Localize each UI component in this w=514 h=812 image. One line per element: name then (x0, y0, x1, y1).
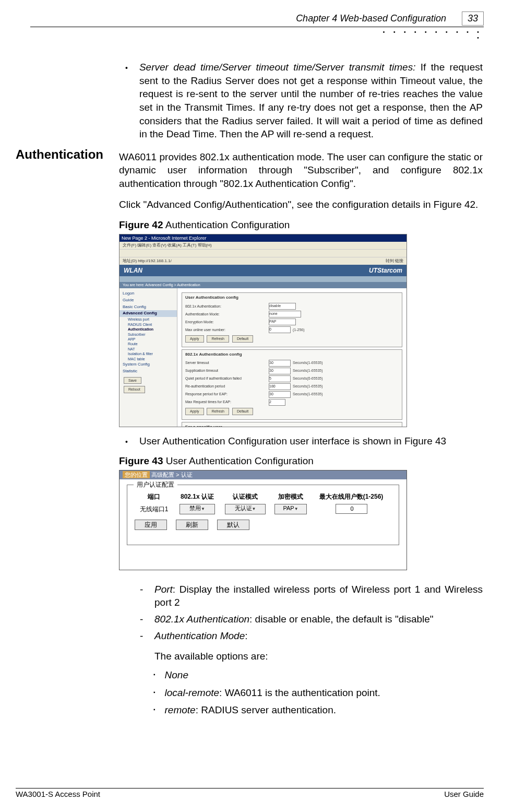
input-max-users[interactable]: 0 (269, 326, 291, 333)
page-footer: WA3001-S Access Point User Guide (16, 788, 484, 798)
group-user-auth: User Authentication config 802.1x Authen… (182, 292, 402, 347)
sidebar-sub-authentication[interactable]: Authentication (119, 327, 177, 332)
page-navbar (119, 276, 407, 282)
figure-42-caption: Figure 42 Authentication Configuration (119, 218, 483, 232)
lbl-reauth: Re-authentication period (185, 384, 269, 389)
window-titlebar: New Page 2 - Microsoft Internet Explorer (119, 234, 407, 242)
bullet-server-dead-time: • Server dead time/Server timeout time/S… (119, 61, 483, 141)
lbl-quiet: Quiet period if authentication failed (185, 376, 269, 381)
group-title-2: 802.1x Authentication config (185, 352, 399, 358)
input-resp-eap[interactable]: 30 (269, 391, 291, 398)
select-enc-mode[interactable]: PAP (269, 319, 296, 325)
sidebar-sub-route[interactable]: Route (119, 342, 177, 346)
select-8021x[interactable]: 禁用▼ (180, 504, 215, 514)
lbl-8021x-auth: 802.1x Authentication: (185, 304, 269, 309)
suffix: Seconds(0-65535) (293, 376, 323, 381)
breadcrumb-cn: 您的位置 高级配置 > 认证 (119, 470, 407, 479)
lbl-auth-mode: Authentication Mode: (185, 312, 269, 316)
reboot-button[interactable]: Reboot (124, 386, 145, 393)
list-item-none: ▪ None (153, 668, 483, 682)
lbl-supp-timeout: Supplication timeout (185, 368, 269, 373)
lbl-resp-eap: Response period for EAP: (185, 392, 269, 396)
save-button[interactable]: Save (124, 377, 141, 384)
sidebar: Logon Guide Basic Config Advanced Config… (119, 288, 177, 427)
group-specific-user: For a specific user User ID:0 (182, 422, 402, 427)
refresh-button[interactable]: Refresh (207, 335, 229, 343)
table-row: 无线端口1 禁用▼ 无认证▼ PAP▼ 0 (135, 504, 391, 514)
sidebar-sub-arp[interactable]: ARP (119, 337, 177, 342)
square-bullet-icon: ▪ (153, 703, 156, 717)
group-title: User Authentication config (185, 295, 399, 301)
suffix: Seconds(1-65535) (293, 360, 323, 365)
sidebar-item-advanced-config[interactable]: Advanced Config (119, 310, 177, 317)
square-bullet-icon: ▪ (153, 668, 156, 682)
list-item-authmode: - Authentication Mode: (140, 629, 483, 643)
fieldset-user-auth: 用户认证配置 端口 802.1x 认证 认证模式 加密模式 最大在线用户数(1-… (127, 485, 399, 545)
sidebar-sub-wireless-port[interactable]: Wireless port (119, 317, 177, 322)
sidebar-sub-radius-client[interactable]: RADIUS Client (119, 322, 177, 327)
browser-addressbar: 地址(D) http://192.168.1.1/转到 链接 (119, 257, 407, 265)
suffix: Seconds(1-65535) (293, 368, 323, 373)
sidebar-item-statistic[interactable]: Statistic (119, 368, 177, 375)
sidebar-item-guide[interactable]: Guide (119, 297, 177, 304)
select-auth-mode[interactable]: none (269, 311, 301, 317)
page-number: 33 (462, 11, 484, 26)
apply-button-cn[interactable]: 应用 (135, 520, 167, 530)
chevron-down-icon: ▼ (294, 507, 298, 512)
input-max-req[interactable]: 2 (269, 399, 285, 406)
sidebar-sub-mac-table[interactable]: MAC table (119, 357, 177, 361)
sidebar-item-basic-config[interactable]: Basic Config (119, 304, 177, 311)
sidebar-item-system-config[interactable]: System Config (119, 361, 177, 368)
list-item-port: - Port: Display the installed wireless p… (140, 583, 483, 609)
sidebar-sub-nat[interactable]: NAT (119, 347, 177, 351)
bullet-lead: Server dead time/Server timeout time/Ser… (139, 62, 416, 73)
bullet-user-auth-ui: • User Authentication Configuration user… (119, 434, 483, 449)
select-authmode[interactable]: 无认证▼ (225, 504, 266, 514)
port-name: 无线端口1 (135, 505, 173, 513)
browser-menubar: 文件(F) 编辑(E) 查看(V) 收藏(A) 工具(T) 帮助(H) (119, 242, 407, 249)
bullet-dot-icon: • (119, 434, 128, 449)
input-supp-timeout[interactable]: 30 (269, 368, 291, 374)
apply-button[interactable]: Apply (185, 335, 204, 343)
input-server-timeout[interactable]: 30 (269, 360, 291, 367)
refresh-button-cn[interactable]: 刷新 (176, 520, 208, 530)
input-quiet[interactable]: 5 (269, 375, 291, 382)
browser-toolbar (119, 249, 407, 257)
square-bullet-icon: ▪ (153, 686, 156, 700)
page-banner: WLANUTStarcom (119, 265, 407, 276)
input-maxusers[interactable]: 0 (336, 504, 367, 514)
breadcrumb: You are here: Advanced Config > Authenti… (119, 282, 407, 288)
bullet-dot-icon: • (119, 61, 128, 141)
sidebar-sub-subscriber[interactable]: Subscriber (119, 332, 177, 337)
footer-right: User Guide (444, 790, 484, 798)
suffix-max-users: (1-256) (293, 327, 305, 332)
default-button[interactable]: Default (232, 335, 253, 343)
para-intro-1: WA6011 provides 802.1x authentication mo… (119, 150, 483, 191)
group-8021x-auth: 802.1x Authentication config Server time… (182, 349, 402, 420)
divider-dotted: • • • • • • • • • •• (30, 29, 484, 41)
input-reauth[interactable]: 180 (269, 383, 291, 390)
figure-42-screenshot: New Page 2 - Microsoft Internet Explorer… (119, 234, 407, 427)
chevron-down-icon: ▼ (201, 507, 205, 512)
default-button-cn[interactable]: 默认 (217, 520, 249, 530)
select-8021x-auth[interactable]: disable (269, 303, 296, 310)
bullet-rest: If the request sent to the Radius Server… (139, 62, 483, 139)
fieldset-legend: 用户认证配置 (134, 480, 177, 489)
section-heading-authentication: Authentication (16, 147, 103, 162)
lbl-max-req: Max Request times for EAP: (185, 399, 269, 404)
refresh-button-2[interactable]: Refresh (207, 408, 229, 415)
default-button-2[interactable]: Default (232, 408, 253, 415)
para-intro-2: Click "Advanced Config/Authentication", … (119, 198, 483, 211)
sidebar-sub-isolation[interactable]: Isolation & filter (119, 351, 177, 356)
figure-43-screenshot: 您的位置 高级配置 > 认证 用户认证配置 端口 802.1x 认证 认证模式 … (119, 470, 407, 570)
list-item-local-remote: ▪ local-remote: WA6011 is the authentica… (153, 686, 483, 700)
chevron-down-icon: ▼ (252, 507, 256, 512)
bullet-text: User Authentication Configuration user i… (139, 434, 483, 449)
list-item-remote: ▪ remote: RADIUS server authentication. (153, 703, 483, 717)
sidebar-item-logon[interactable]: Logon (119, 290, 177, 297)
suffix: Seconds(1-65535) (293, 392, 323, 396)
chapter-title: Chapter 4 Web-based Configuration (296, 13, 446, 24)
apply-button-2[interactable]: Apply (185, 408, 204, 415)
table-header: 端口 802.1x 认证 认证模式 加密模式 最大在线用户数(1-256) (135, 492, 391, 501)
select-encmode[interactable]: PAP▼ (274, 504, 307, 514)
